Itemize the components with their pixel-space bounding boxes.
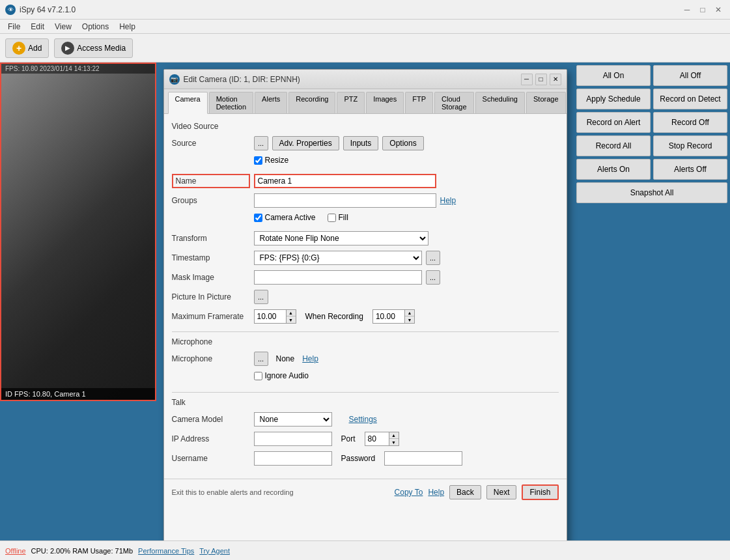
close-app-button[interactable]: ✕ [712, 3, 725, 16]
name-input[interactable] [254, 174, 436, 188]
mask-image-row: Mask Image ... [172, 270, 559, 285]
copy-to-link[interactable]: Copy To [395, 488, 423, 497]
source-ellipsis-button[interactable]: ... [254, 136, 268, 150]
footer-help-link[interactable]: Help [428, 488, 444, 497]
fill-checkbox[interactable] [328, 214, 336, 222]
microphone-ellipsis-button[interactable]: ... [254, 352, 268, 366]
video-source-header: Video Source [172, 122, 559, 131]
tab-ptz[interactable]: PTZ [337, 92, 365, 113]
dialog-content: Video Source Source ... Adv. Properties … [164, 114, 567, 479]
toolbar: + Add ▶ Access Media [0, 34, 730, 63]
when-recording-up-button[interactable]: ▲ [405, 310, 414, 316]
dialog-minimize-button[interactable]: ─ [521, 74, 533, 85]
dialog-tabs: Camera Motion Detection Alerts Recording… [164, 89, 567, 114]
port-input[interactable] [365, 432, 389, 445]
menu-view[interactable]: View [49, 21, 77, 33]
tab-recording[interactable]: Recording [288, 92, 335, 113]
settings-link[interactable]: Settings [349, 415, 377, 424]
transform-select[interactable]: Rotate None Flip None Rotate 90 Flip Non… [254, 231, 428, 245]
framerate-input[interactable] [255, 310, 286, 323]
timestamp-ellipsis-button[interactable]: ... [426, 251, 440, 265]
next-button[interactable]: Next [486, 485, 517, 499]
tab-storage[interactable]: Storage [526, 92, 566, 113]
password-input[interactable] [384, 451, 462, 466]
groups-help-link[interactable]: Help [440, 196, 456, 205]
app-titlebar: 👁 iSpy 64 v7.2.1.0 ─ □ ✕ [0, 0, 730, 20]
adv-properties-button[interactable]: Adv. Properties [272, 136, 339, 150]
menu-file[interactable]: File [3, 21, 25, 33]
edit-camera-dialog: 📷 Edit Camera (ID: 1, DIR: EPNNH) ─ □ ✕ … [163, 69, 567, 560]
ip-address-input[interactable] [254, 432, 332, 446]
camera-model-select[interactable]: None [254, 412, 332, 427]
tab-camera[interactable]: Camera [168, 92, 208, 114]
mask-image-input[interactable] [254, 270, 422, 285]
ip-port-row: IP Address Port ▲ ▼ [172, 432, 559, 446]
port-up-button[interactable]: ▲ [389, 432, 399, 439]
offline-status[interactable]: Offline [5, 547, 26, 555]
footer-hint: Exit this to enable alerts and recording [172, 488, 389, 496]
transform-row: Transform Rotate None Flip None Rotate 9… [172, 231, 559, 245]
access-media-button[interactable]: ▶ Access Media [54, 38, 133, 58]
menu-edit[interactable]: Edit [25, 21, 49, 33]
resize-checkbox-row: Resize [254, 156, 289, 165]
camera-active-row: Camera Active Fill [172, 213, 559, 226]
menubar: File Edit View Options Help [0, 20, 730, 34]
dialog-close-button[interactable]: ✕ [550, 74, 561, 85]
add-button[interactable]: + Add [5, 38, 49, 58]
inputs-button[interactable]: Inputs [343, 136, 379, 150]
maximize-button[interactable]: □ [696, 3, 709, 16]
performance-tips-link[interactable]: Performance Tips [138, 547, 194, 555]
menu-options[interactable]: Options [77, 21, 114, 33]
finish-button[interactable]: Finish [522, 484, 558, 500]
when-recording-spinbox[interactable]: ▲ ▼ [372, 309, 415, 324]
pip-button[interactable]: ... [254, 290, 268, 304]
port-spinbox[interactable]: ▲ ▼ [365, 432, 399, 446]
add-icon: + [12, 42, 25, 55]
camera-active-checkbox-row: Camera Active [254, 213, 316, 222]
microphone-label: Microphone [172, 354, 250, 363]
dialog-footer: Exit this to enable alerts and recording… [164, 479, 567, 505]
framerate-row: Maximum Framerate ▲ ▼ When Recording ▲ [172, 309, 559, 324]
tab-ftp[interactable]: FTP [405, 92, 433, 113]
ignore-audio-checkbox[interactable] [254, 372, 262, 380]
tab-alerts[interactable]: Alerts [255, 92, 287, 113]
minimize-button[interactable]: ─ [681, 3, 694, 16]
mask-image-btn[interactable]: ... [426, 270, 440, 285]
menu-help[interactable]: Help [114, 21, 141, 33]
access-media-icon: ▶ [61, 42, 74, 55]
tab-cloud-storage[interactable]: Cloud Storage [434, 92, 474, 113]
options-button[interactable]: Options [382, 136, 423, 150]
groups-row: Groups Help [172, 193, 559, 208]
timestamp-select[interactable]: FPS: {FPS} {0:G} [254, 251, 422, 265]
tab-motion-detection[interactable]: Motion Detection [209, 92, 253, 113]
framerate-spinbox[interactable]: ▲ ▼ [254, 309, 296, 324]
when-recording-down-button[interactable]: ▼ [405, 316, 414, 323]
microphone-help-link[interactable]: Help [302, 354, 318, 363]
titlebar-controls: ─ □ ✕ [681, 3, 725, 16]
camera-active-checkbox[interactable] [254, 214, 262, 222]
resize-row: Resize [172, 156, 559, 169]
framerate-arrows: ▲ ▼ [286, 310, 296, 323]
dialog-title: Edit Camera (ID: 1, DIR: EPNNH) [184, 75, 517, 84]
when-recording-input[interactable] [373, 310, 404, 323]
password-label: Password [341, 454, 376, 463]
resize-checkbox[interactable] [254, 156, 262, 165]
tab-images[interactable]: Images [366, 92, 404, 113]
cpu-ram-text: CPU: 2.00% RAM Usage: 71Mb [31, 547, 133, 555]
username-password-row: Username Password [172, 451, 559, 466]
timestamp-label: Timestamp [172, 253, 250, 262]
port-down-button[interactable]: ▼ [389, 439, 399, 445]
pip-label: Picture In Picture [172, 292, 250, 301]
microphone-none-text: None [276, 354, 295, 363]
microphone-header: Microphone [172, 337, 559, 346]
try-agent-link[interactable]: Try Agent [199, 547, 230, 555]
port-label: Port [341, 434, 356, 443]
statusbar: Offline CPU: 2.00% RAM Usage: 71Mb Perfo… [0, 540, 730, 560]
username-input[interactable] [254, 451, 332, 466]
framerate-down-button[interactable]: ▼ [287, 316, 296, 323]
back-button[interactable]: Back [449, 485, 481, 499]
tab-scheduling[interactable]: Scheduling [475, 92, 525, 113]
dialog-maximize-button[interactable]: □ [535, 74, 547, 85]
framerate-up-button[interactable]: ▲ [287, 310, 296, 316]
groups-input[interactable] [254, 193, 436, 208]
